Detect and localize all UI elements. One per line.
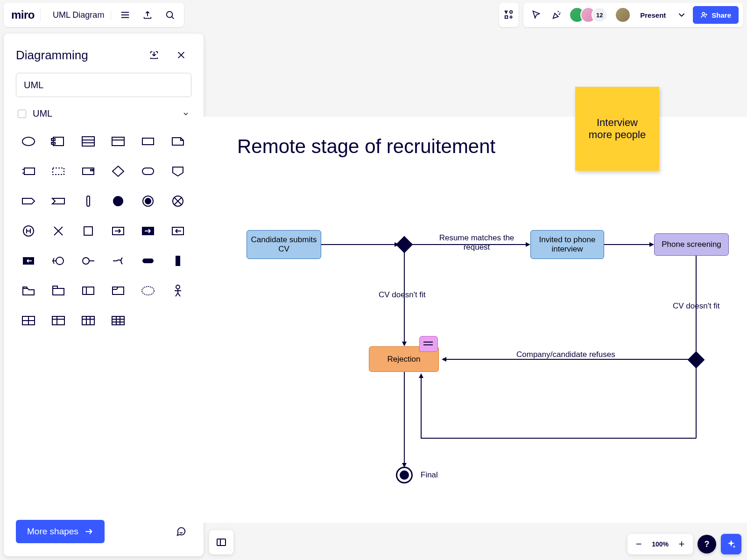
shape-arrow-box-out[interactable]: [106, 220, 131, 242]
comment-indicator[interactable]: [419, 336, 438, 352]
more-shapes-label: More shapes: [27, 526, 78, 537]
svg-point-17: [145, 198, 151, 204]
app-logo[interactable]: miro: [7, 8, 41, 21]
present-dropdown[interactable]: [675, 7, 688, 23]
arrowhead-icon: [395, 242, 399, 247]
node-phone-screening[interactable]: Phone screening: [654, 233, 729, 256]
canvas[interactable]: Remote stage of recruitement Candidate s…: [204, 117, 747, 523]
shape-arrow-box-filled[interactable]: [135, 220, 161, 242]
shape-table-4[interactable]: [16, 309, 41, 332]
shape-folder[interactable]: [16, 280, 41, 302]
shape-black-box[interactable]: [16, 250, 41, 272]
shape-interface-shield[interactable]: [165, 160, 190, 182]
present-label: Present: [640, 11, 666, 19]
help-button[interactable]: ?: [698, 535, 716, 553]
feedback-button[interactable]: [171, 521, 191, 542]
shape-receive-signal[interactable]: [46, 190, 71, 212]
avatar-overflow-count[interactable]: 12: [592, 7, 607, 23]
shape-rect[interactable]: [135, 130, 161, 153]
shape-note[interactable]: [165, 130, 190, 153]
share-button[interactable]: Share: [693, 6, 739, 24]
edge[interactable]: [696, 367, 697, 438]
shape-search-input[interactable]: [16, 73, 191, 97]
shape-state-filled[interactable]: [106, 190, 131, 212]
shape-subsystem[interactable]: [76, 280, 101, 302]
svg-rect-8: [142, 138, 154, 145]
cursor-icon: [531, 10, 541, 20]
zoom-level[interactable]: 100%: [649, 540, 671, 548]
close-icon: [176, 50, 186, 60]
diagram-title[interactable]: Remote stage of recruitement: [237, 135, 495, 158]
more-shapes-button[interactable]: More shapes: [16, 520, 105, 543]
shape-table-grid[interactable]: [106, 309, 131, 332]
sticky-note[interactable]: Interview more people: [575, 87, 659, 171]
edge[interactable]: [404, 372, 405, 465]
shape-square[interactable]: [76, 220, 101, 242]
shape-assembly[interactable]: [106, 250, 131, 272]
node-final-state[interactable]: [396, 467, 413, 483]
shape-panel[interactable]: [76, 160, 101, 182]
ai-assist-button[interactable]: [721, 534, 741, 554]
shape-dashed-rect[interactable]: [46, 160, 71, 182]
reactions-button[interactable]: [549, 7, 564, 23]
cursor-tracking-button[interactable]: [528, 7, 544, 23]
shape-class-3row[interactable]: [76, 130, 101, 153]
shape-ellipse[interactable]: [16, 130, 41, 153]
shape-state-ring[interactable]: [135, 190, 161, 212]
search-icon: [165, 10, 175, 20]
shape-h-circle[interactable]: [16, 220, 41, 242]
shape-decision[interactable]: [106, 160, 131, 182]
present-button[interactable]: Present: [635, 6, 670, 24]
edge[interactable]: [421, 438, 696, 439]
node-candidate-submits[interactable]: Candidate submits CV: [247, 230, 321, 259]
shape-required-interface[interactable]: [76, 250, 101, 272]
shape-collab-dashed[interactable]: [135, 280, 161, 302]
search-button[interactable]: [160, 5, 180, 25]
current-user-avatar[interactable]: [615, 7, 631, 23]
board-title[interactable]: UML Diagram: [46, 10, 111, 20]
shape-category-header[interactable]: UML: [4, 104, 204, 124]
shape-minus-pill[interactable]: [135, 250, 161, 272]
sidebar-icon: [216, 537, 227, 548]
edge[interactable]: [421, 378, 422, 438]
node-decision-2[interactable]: [688, 351, 705, 369]
shape-component[interactable]: [46, 130, 71, 153]
zoom-in-button[interactable]: +: [673, 536, 690, 553]
presence-avatars[interactable]: 12: [569, 7, 607, 23]
topbar: miro UML Diagram 12: [4, 3, 743, 27]
arrowhead-icon: [402, 463, 407, 468]
close-panel-button[interactable]: [171, 45, 191, 65]
export-button[interactable]: [137, 5, 158, 25]
svg-point-25: [56, 257, 63, 265]
shape-package[interactable]: [46, 280, 71, 302]
shape-rounded-rect[interactable]: [135, 160, 161, 182]
edge[interactable]: [604, 244, 649, 245]
shape-frame[interactable]: [106, 280, 131, 302]
shape-table-3col[interactable]: [76, 309, 101, 332]
shape-arrow-box-in[interactable]: [165, 220, 190, 242]
apps-button[interactable]: [499, 3, 519, 27]
svg-point-15: [113, 196, 123, 206]
svg-rect-20: [84, 227, 92, 235]
shape-actor[interactable]: [165, 280, 190, 302]
import-shapes-button[interactable]: [144, 45, 164, 65]
edge[interactable]: [321, 244, 397, 245]
shape-bar-thick[interactable]: [165, 250, 190, 272]
category-checkbox[interactable]: [18, 110, 26, 118]
shape-cross[interactable]: [46, 220, 71, 242]
shape-send-signal[interactable]: [16, 160, 41, 182]
svg-rect-12: [91, 169, 93, 171]
shape-bar-vert[interactable]: [76, 190, 101, 212]
chat-smile-icon: [176, 526, 186, 537]
shape-tag[interactable]: [16, 190, 41, 212]
shape-class-header[interactable]: [106, 130, 131, 153]
node-invited[interactable]: Invited to phone interview: [530, 230, 604, 259]
frames-panel-button[interactable]: [209, 530, 233, 554]
shape-table-2col[interactable]: [46, 309, 71, 332]
main-menu-button[interactable]: [115, 5, 135, 25]
arrowhead-icon: [419, 373, 423, 378]
zoom-out-button[interactable]: −: [630, 536, 647, 553]
shape-provided-interface[interactable]: [46, 250, 71, 272]
category-name: UML: [33, 108, 176, 119]
shape-crossed-circle[interactable]: [165, 190, 190, 212]
